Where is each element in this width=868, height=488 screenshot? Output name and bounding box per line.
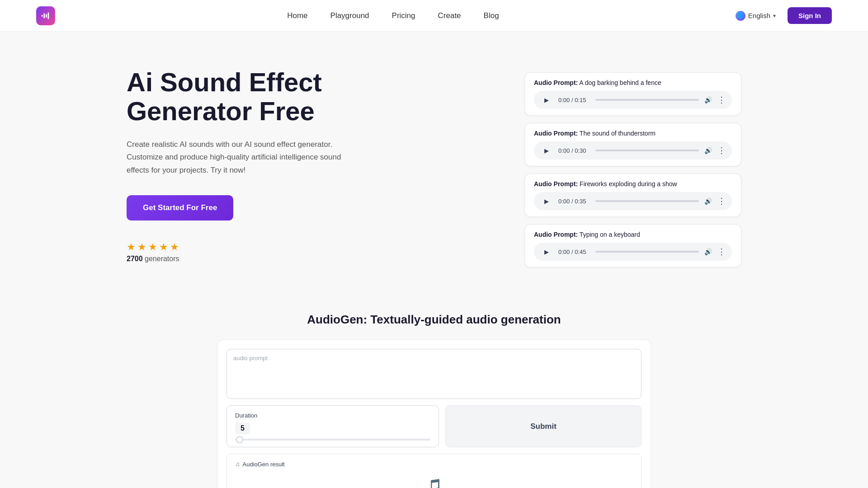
stars: ★ ★ ★ ★ ★ [127, 241, 380, 253]
duration-slider-thumb[interactable] [236, 436, 243, 443]
volume-icon-1[interactable]: 🔊 [704, 147, 712, 154]
result-music-icon: 🎵 [426, 478, 442, 488]
duration-box: Duration 5 [226, 405, 439, 447]
language-label: English [748, 12, 770, 19]
more-options-1[interactable]: ⋮ [717, 146, 726, 155]
time-label-1: 0:00 / 0:30 [558, 147, 590, 154]
sign-in-button[interactable]: Sign In [788, 7, 832, 24]
audio-card-1: Audio Prompt: The sound of thunderstorm … [524, 123, 741, 166]
time-label-3: 0:00 / 0:45 [558, 249, 590, 255]
play-button-0[interactable]: ▶ [540, 94, 553, 106]
audio-card-3: Audio Prompt: Typing on a keyboard ▶ 0:0… [524, 224, 741, 267]
audio-prompt-input[interactable] [233, 364, 635, 391]
star-5: ★ [170, 241, 179, 253]
duration-slider-track[interactable] [235, 439, 430, 441]
volume-icon-3[interactable]: 🔊 [704, 248, 712, 255]
nav-links: Home Playground Pricing Create Blog [287, 11, 499, 20]
progress-bar-3[interactable] [595, 251, 699, 253]
progress-bar-2[interactable] [595, 200, 699, 202]
svg-rect-0 [42, 15, 43, 17]
nav-right: 🌐 English ▾ Sign In [731, 7, 832, 24]
audio-prompt-label-1: Audio Prompt: The sound of thunderstorm [534, 130, 732, 137]
hero-title: Ai Sound Effect Generator Free [127, 68, 380, 126]
hero-left: Ai Sound Effect Generator Free Create re… [127, 68, 380, 263]
volume-icon-0[interactable]: 🔊 [704, 96, 712, 103]
nav-create[interactable]: Create [438, 11, 461, 20]
more-options-3[interactable]: ⋮ [717, 248, 726, 256]
audio-card-0: Audio Prompt: A dog barking behind a fen… [524, 72, 741, 116]
star-3: ★ [148, 241, 157, 253]
star-2: ★ [137, 241, 146, 253]
globe-icon: 🌐 [736, 11, 745, 21]
duration-label: Duration [235, 412, 430, 419]
generators-text: 2700 generators [127, 255, 380, 263]
submit-button[interactable]: Submit [445, 405, 642, 447]
prompt-area: audio prompt [226, 349, 642, 399]
more-options-2[interactable]: ⋮ [717, 197, 726, 205]
audio-player-2: ▶ 0:00 / 0:35 🔊 ⋮ [534, 192, 732, 210]
nav-blog[interactable]: Blog [484, 11, 499, 20]
play-button-3[interactable]: ▶ [540, 245, 553, 258]
audiogen-box: audio prompt Duration 5 Submit ♫ AudioGe… [217, 339, 651, 488]
result-label: ♫ AudioGen result [235, 460, 633, 468]
result-content: 🎵 [235, 474, 633, 488]
progress-bar-0[interactable] [595, 99, 699, 101]
audio-prompt-label-2: Audio Prompt: Fireworks exploding during… [534, 180, 732, 188]
nav-home[interactable]: Home [287, 11, 307, 20]
audio-player-0: ▶ 0:00 / 0:15 🔊 ⋮ [534, 91, 732, 109]
language-selector[interactable]: 🌐 English ▾ [731, 8, 780, 23]
nav-playground[interactable]: Playground [330, 11, 369, 20]
star-4: ★ [159, 241, 168, 253]
time-label-0: 0:00 / 0:15 [558, 97, 590, 103]
progress-bar-1[interactable] [595, 150, 699, 151]
prompt-label: audio prompt [233, 355, 635, 361]
hero-section: Ai Sound Effect Generator Free Create re… [0, 32, 868, 295]
more-options-0[interactable]: ⋮ [717, 96, 726, 104]
controls-row: Duration 5 Submit [226, 405, 642, 447]
generators-count: 2700 [127, 255, 143, 263]
svg-rect-2 [46, 14, 47, 17]
logo[interactable] [36, 6, 55, 25]
duration-value: 5 [235, 422, 250, 434]
audio-card-2: Audio Prompt: Fireworks exploding during… [524, 174, 741, 217]
duration-value-row: 5 [235, 422, 430, 434]
audio-prompt-label-3: Audio Prompt: Typing on a keyboard [534, 231, 732, 238]
svg-rect-3 [48, 12, 49, 19]
play-button-2[interactable]: ▶ [540, 195, 553, 207]
audiogen-section: AudioGen: Textually-guided audio generat… [0, 295, 868, 488]
navbar: Home Playground Pricing Create Blog 🌐 En… [0, 0, 868, 32]
stars-row: ★ ★ ★ ★ ★ 2700 generators [127, 241, 380, 263]
play-button-1[interactable]: ▶ [540, 144, 553, 157]
audio-prompt-label-0: Audio Prompt: A dog barking behind a fen… [534, 79, 732, 86]
hero-description: Create realistic AI sounds with our AI s… [127, 138, 344, 178]
audio-player-3: ▶ 0:00 / 0:45 🔊 ⋮ [534, 243, 732, 261]
nav-pricing[interactable]: Pricing [392, 11, 415, 20]
svg-rect-1 [43, 13, 45, 18]
star-1: ★ [127, 241, 136, 253]
chevron-down-icon: ▾ [773, 13, 776, 19]
get-started-button[interactable]: Get Started For Free [127, 195, 233, 221]
time-label-2: 0:00 / 0:35 [558, 198, 590, 205]
volume-icon-2[interactable]: 🔊 [704, 197, 712, 205]
audio-player-1: ▶ 0:00 / 0:30 🔊 ⋮ [534, 141, 732, 160]
result-area: ♫ AudioGen result 🎵 [226, 454, 642, 488]
audio-cards-panel: Audio Prompt: A dog barking behind a fen… [524, 68, 741, 267]
audiogen-title: AudioGen: Textually-guided audio generat… [127, 313, 741, 327]
logo-icon [36, 6, 55, 25]
music-note-icon: ♫ [235, 460, 240, 468]
